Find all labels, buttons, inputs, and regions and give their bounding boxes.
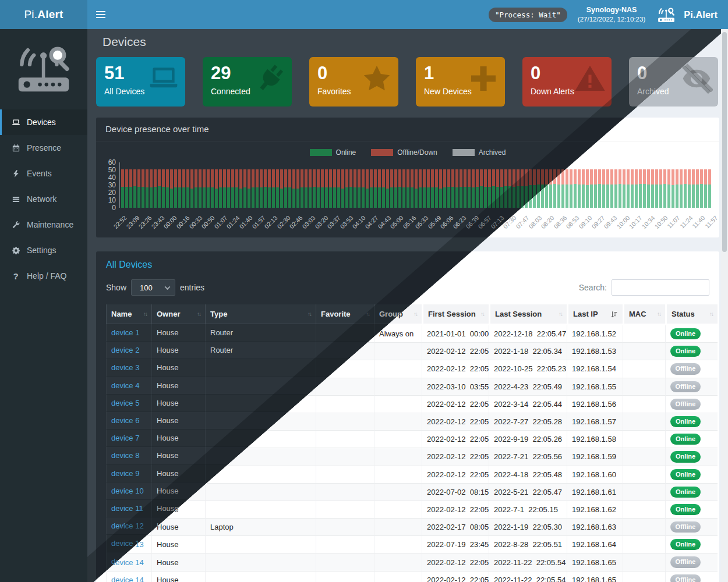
device-link[interactable]: device 14: [111, 576, 144, 582]
chart-bar: [582, 169, 585, 208]
cell-name: device 9: [106, 465, 151, 482]
x-axis-label: 23:09: [125, 214, 140, 230]
cell-owner: House: [151, 377, 205, 395]
chart-bar: [252, 169, 255, 208]
chart-bar: [614, 169, 617, 208]
device-link[interactable]: device 6: [111, 416, 139, 425]
page-scrollbar[interactable]: [721, 29, 728, 582]
cell-mac: [623, 360, 665, 378]
device-link[interactable]: device 10: [111, 487, 144, 495]
chart-bar: [292, 169, 295, 208]
table-row[interactable]: device 12HouseLaptop2022-02-17 08:052022…: [106, 519, 718, 536]
cell-type: Laptop: [205, 519, 316, 536]
chart-bar-offline-segment: [590, 169, 593, 184]
chart-bar: [460, 169, 462, 208]
column-header-favorite[interactable]: Favorite↑↓: [316, 304, 374, 324]
wrench-icon: [10, 221, 21, 229]
column-header-name[interactable]: Name↑↓: [106, 304, 151, 324]
device-link[interactable]: device 5: [111, 399, 139, 407]
sidebar-item-events[interactable]: Events: [0, 161, 87, 186]
x-axis-label: 10:50: [653, 214, 669, 230]
chart-bar-offline-segment: [672, 169, 674, 185]
device-link[interactable]: device 1: [111, 328, 139, 337]
app-title: Pi.Alert: [684, 9, 718, 20]
chart-bar: [590, 169, 593, 208]
cell-name: device 6: [106, 412, 151, 430]
column-header-type[interactable]: Type↑↓: [205, 304, 316, 324]
page-length-select[interactable]: 100: [131, 279, 175, 296]
legend-item-offline: Offline/Down: [371, 148, 437, 157]
device-link[interactable]: device 2: [111, 346, 139, 354]
sort-amount-icon: [610, 310, 618, 318]
device-link[interactable]: device 12: [111, 521, 144, 530]
sidebar-item-network[interactable]: Network: [0, 186, 87, 212]
sidebar-item-settings[interactable]: Settings: [0, 237, 87, 263]
sidebar-item-presence[interactable]: Presence: [0, 135, 87, 161]
sidebar-item-label: Settings: [27, 246, 56, 255]
chart-bar: [203, 169, 206, 208]
chart-bar-offline-segment: [598, 169, 601, 184]
device-link[interactable]: device 11: [111, 504, 143, 513]
chart-bar: [394, 169, 397, 208]
column-header-last-session[interactable]: Last Session↑↓: [489, 304, 567, 325]
chart-bar-offline-segment: [211, 169, 214, 187]
sidebar-item-maintenance[interactable]: Maintenance: [0, 212, 87, 237]
cell-group: [374, 343, 422, 360]
column-header-first-session[interactable]: First Session↑↓: [422, 304, 489, 325]
cell-mac: [623, 519, 665, 536]
card-down-alerts[interactable]: 0Down Alerts: [522, 57, 612, 107]
column-header-owner[interactable]: Owner↑↓: [151, 304, 205, 324]
chart-bar: [260, 169, 263, 208]
chart-bar-offline-segment: [688, 169, 691, 184]
chart-bar: [142, 169, 144, 208]
column-header-status[interactable]: Status↑↓: [665, 304, 718, 325]
cell-group: [374, 553, 422, 571]
status-badge: Online: [670, 539, 701, 550]
column-header-mac[interactable]: MAC↑↓: [623, 304, 665, 325]
table-row[interactable]: device 13House2022-07-19 23:452022-8-28 …: [106, 536, 718, 553]
sidebar-item-help-faq[interactable]: ?Help / FAQ: [0, 263, 87, 289]
show-label: Show: [106, 283, 126, 292]
cell-mac: [623, 501, 665, 519]
cell-first_session: 2021-01-01 00:00: [422, 325, 489, 343]
status-badge: Offline: [670, 399, 701, 410]
y-axis-tick: 40: [96, 173, 116, 182]
sidebar-item-devices[interactable]: Devices: [0, 109, 87, 135]
table-row[interactable]: device 14House2022-02-12 22:052022-11-22…: [106, 572, 718, 582]
card-new-devices[interactable]: 1New Devices: [416, 57, 505, 107]
chart-bar-offline-segment: [190, 169, 193, 189]
scrollbar-thumb[interactable]: [722, 32, 727, 252]
card-connected[interactable]: 29Connected: [203, 57, 292, 107]
chart-bar: [301, 169, 303, 208]
cell-group: [374, 396, 422, 413]
brand-logo[interactable]: Pi.Alert: [0, 0, 87, 29]
cell-last_ip: 192.168.1.65: [567, 572, 623, 582]
device-link[interactable]: device 7: [111, 434, 139, 442]
x-axis-label: 01:07: [213, 214, 228, 230]
search-input[interactable]: [612, 279, 709, 296]
device-link[interactable]: device 4: [111, 381, 139, 390]
table-row[interactable]: device 11House2022-02-12 22:052022-7-1 2…: [106, 501, 718, 519]
card-favorites[interactable]: 0Favorites: [309, 57, 398, 107]
chart-bar-offline-segment: [358, 169, 361, 187]
cell-status: Offline: [665, 519, 718, 536]
chart-bar-offline-segment: [578, 169, 581, 184]
device-link[interactable]: device 3: [111, 363, 139, 372]
page-title: Devices: [103, 35, 719, 49]
sidebar-toggle-button[interactable]: [87, 0, 114, 29]
column-header-last-ip[interactable]: Last IP: [567, 304, 623, 325]
chart-bar-offline-segment: [272, 169, 275, 187]
cell-last_session: 2022-7-21 22:05.56: [489, 448, 567, 466]
cell-status: Offline: [665, 396, 718, 413]
chart-bar-offline-segment: [415, 169, 418, 189]
card-all-devices[interactable]: 51All Devices: [96, 57, 185, 107]
device-link[interactable]: device 9: [111, 469, 139, 478]
pialert-app: Pi.Alert "Process: Wait" Synology-NAS (2…: [0, 0, 728, 582]
device-link[interactable]: device 8: [111, 451, 139, 460]
chart-bar: [207, 169, 210, 208]
chart-bar-offline-segment: [374, 169, 377, 187]
cell-first_session: 2022-02-12 22:05: [422, 360, 489, 378]
y-axis-tick: 20: [96, 189, 116, 197]
chart-bar: [268, 169, 271, 208]
table-row[interactable]: device 14House2022-02-12 22:052022-11-22…: [106, 553, 718, 571]
